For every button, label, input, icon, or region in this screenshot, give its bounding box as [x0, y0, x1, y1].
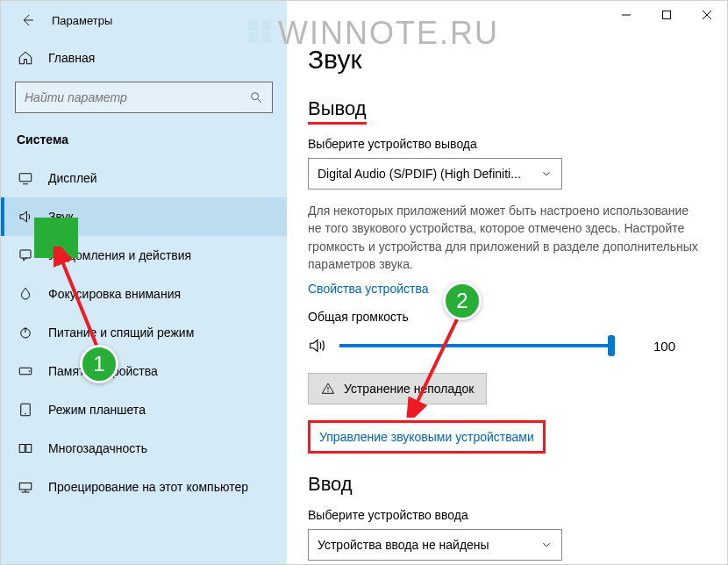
svg-rect-18	[663, 11, 671, 19]
manage-devices-link[interactable]: Управление звуковыми устройствами	[319, 430, 534, 444]
close-button[interactable]	[687, 1, 727, 29]
svg-rect-14	[19, 483, 32, 490]
storage-icon	[17, 363, 34, 379]
sidebar-item-storage[interactable]: Память устройства	[1, 352, 287, 390]
sidebar-item-label: Многозадачность	[48, 441, 147, 455]
svg-rect-13	[26, 445, 32, 453]
chevron-down-icon	[540, 168, 553, 180]
sidebar-item-notifications[interactable]: Уведомления и действия	[1, 236, 287, 275]
output-device-value: Digital Audio (S/PDIF) (High Definiti...	[318, 167, 521, 181]
sidebar-item-focus[interactable]: Фокусировка внимания	[1, 275, 287, 313]
maximize-button[interactable]	[646, 1, 687, 29]
svg-point-16	[327, 391, 328, 392]
manage-devices-highlight: Управление звуковыми устройствами	[308, 420, 546, 454]
output-description: Для некоторых приложений может быть наст…	[308, 202, 703, 273]
input-device-select[interactable]: Устройства ввода не найдены	[308, 529, 562, 561]
output-device-label: Выберите устройство вывода	[308, 137, 706, 151]
sidebar-item-label: Фокусировка внимания	[48, 287, 181, 301]
sidebar-item-label: Режим планшета	[48, 403, 146, 417]
sound-icon	[17, 209, 34, 225]
troubleshoot-button[interactable]: Устранение неполадок	[308, 373, 487, 404]
window-controls	[606, 1, 727, 29]
sidebar-item-multitasking[interactable]: Многозадачность	[1, 429, 287, 468]
svg-rect-12	[19, 445, 25, 453]
warning-icon	[321, 382, 335, 396]
sidebar-item-tablet[interactable]: Режим планшета	[1, 390, 287, 429]
multitasking-icon	[17, 440, 34, 456]
search-icon	[249, 90, 263, 104]
input-section-heading: Ввод	[308, 473, 706, 496]
svg-point-1	[252, 93, 259, 100]
sidebar-item-sound[interactable]: Звук	[1, 197, 287, 236]
sidebar-item-label: Проецирование на этот компьютер	[48, 480, 248, 494]
main-content: Звук Вывод Выберите устройство вывода Di…	[287, 1, 727, 564]
sidebar-item-power[interactable]: Питание и спящий режим	[1, 313, 287, 352]
minimize-button[interactable]	[606, 1, 646, 29]
sidebar-item-label: Память устройства	[48, 364, 158, 378]
sidebar-home-label: Главная	[48, 51, 95, 65]
home-icon	[17, 50, 34, 66]
device-properties-link[interactable]: Свойства устройства	[308, 282, 706, 296]
input-device-value: Устройства ввода не найдены	[318, 538, 489, 552]
svg-point-9	[29, 370, 31, 372]
svg-point-11	[25, 413, 26, 415]
tablet-icon	[17, 402, 34, 418]
search-input-container[interactable]	[15, 82, 273, 113]
settings-sidebar: Параметры Главная Система Дисплей Звук	[1, 1, 287, 564]
display-icon	[17, 170, 34, 186]
svg-rect-3	[19, 174, 32, 182]
page-title: Звук	[308, 45, 706, 75]
volume-value: 100	[653, 339, 675, 354]
sidebar-item-label: Питание и спящий режим	[48, 325, 194, 340]
volume-slider[interactable]	[339, 344, 611, 347]
sidebar-item-label: Уведомления и действия	[48, 248, 191, 262]
window-title: Параметры	[52, 14, 112, 27]
troubleshoot-label: Устранение неполадок	[344, 382, 474, 396]
sidebar-item-label: Звук	[48, 210, 74, 224]
projecting-icon	[17, 479, 34, 495]
focus-icon	[17, 286, 34, 302]
sidebar-home[interactable]: Главная	[1, 43, 287, 73]
volume-icon	[308, 336, 331, 355]
notifications-icon	[17, 247, 34, 263]
input-device-label: Выберите устройство ввода	[308, 508, 706, 522]
svg-rect-5	[20, 250, 31, 258]
volume-label: Общая громкость	[308, 310, 706, 324]
power-icon	[17, 325, 34, 340]
back-button[interactable]	[15, 8, 39, 32]
search-input[interactable]	[25, 90, 249, 104]
sidebar-item-display[interactable]: Дисплей	[1, 159, 287, 197]
output-section-heading: Вывод	[308, 97, 367, 125]
output-device-select[interactable]: Digital Audio (S/PDIF) (High Definiti...	[308, 158, 562, 190]
svg-line-2	[258, 99, 261, 103]
sidebar-section-title: Система	[1, 125, 287, 154]
sidebar-item-label: Дисплей	[48, 171, 97, 185]
chevron-down-icon	[540, 539, 553, 551]
sidebar-item-projecting[interactable]: Проецирование на этот компьютер	[1, 468, 287, 506]
sidebar-nav: Дисплей Звук Уведомления и действия Фоку…	[1, 159, 287, 506]
